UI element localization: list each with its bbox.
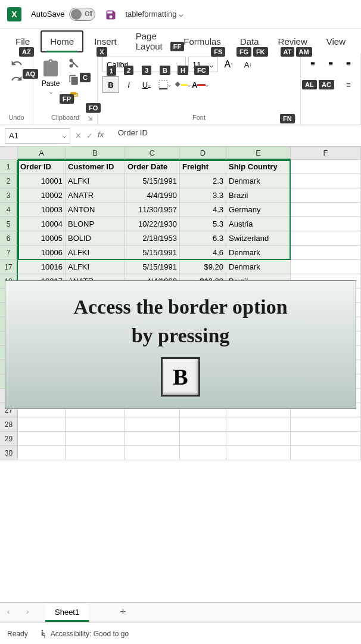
cell[interactable]: 10/22/1930 (125, 217, 180, 231)
cell[interactable] (226, 417, 291, 432)
cell[interactable]: Switzerland (226, 231, 291, 246)
cell[interactable]: Denmark (226, 260, 291, 274)
cell[interactable]: 10003 (18, 203, 66, 217)
cell[interactable]: Brazil (226, 188, 291, 203)
cell[interactable] (291, 446, 361, 460)
cell[interactable] (66, 446, 125, 460)
cell[interactable]: 4/4/1990 (125, 188, 180, 203)
cell[interactable] (291, 203, 361, 217)
cell[interactable] (291, 217, 361, 231)
filename-dropdown[interactable]: tableformatting ⌵ (125, 10, 183, 18)
align-bottom-button[interactable]: ≡ (340, 56, 357, 70)
border-button[interactable]: ⌵ B (156, 76, 173, 93)
tab-review[interactable]: Review AT AM (270, 32, 316, 51)
row-header[interactable]: 28 (0, 417, 18, 432)
decrease-font-button[interactable]: A↓ (239, 56, 256, 73)
cell[interactable]: 10002 (18, 188, 66, 203)
col-header[interactable]: E (226, 147, 291, 160)
row-header[interactable]: 1 (0, 160, 18, 174)
sheet-tab[interactable]: Sheet1 (45, 604, 89, 622)
row-header[interactable]: 29 (0, 432, 18, 446)
increase-font-button[interactable]: A↑ (220, 56, 237, 73)
redo-button[interactable]: AQ (10, 72, 24, 86)
col-header[interactable]: C (125, 147, 180, 160)
cell[interactable] (66, 432, 125, 446)
row-header[interactable]: 2 (0, 174, 18, 188)
row-header[interactable]: 6 (0, 231, 18, 246)
cell[interactable] (66, 417, 125, 432)
cell[interactable]: Order ID (18, 160, 66, 174)
row-header[interactable]: 30 (0, 446, 18, 460)
cell[interactable] (291, 432, 361, 446)
cell[interactable]: 3.3 (180, 188, 226, 203)
row-header[interactable]: 17 (0, 260, 18, 274)
cell[interactable] (125, 432, 180, 446)
cell[interactable]: Austria (226, 217, 291, 231)
align-top-button[interactable]: ≡ (304, 56, 321, 70)
cell[interactable] (226, 432, 291, 446)
name-box[interactable]: A1 ⌵ (5, 128, 70, 144)
cell[interactable] (180, 446, 226, 460)
prev-sheet-button[interactable]: ‹ (7, 607, 19, 619)
cell[interactable]: Order Date (125, 160, 180, 174)
add-sheet-button[interactable]: + (120, 606, 134, 620)
font-color-button[interactable]: A⌵ FC (192, 76, 208, 93)
cell[interactable]: 11/30/1957 (125, 203, 180, 217)
cell[interactable]: BLONP (66, 217, 125, 231)
cell[interactable]: ALFKI (66, 260, 125, 274)
cell[interactable]: Denmark (226, 174, 291, 188)
row-header[interactable]: 4 (0, 203, 18, 217)
cell[interactable] (18, 417, 66, 432)
cell[interactable]: 4.3 (180, 203, 226, 217)
cell[interactable]: 5/15/1991 (125, 260, 180, 274)
formula-input[interactable]: Order ID (114, 128, 356, 144)
cell[interactable]: $9.20 (180, 260, 226, 274)
cell[interactable]: 6.3 (180, 231, 226, 246)
row-header[interactable]: 3 (0, 188, 18, 203)
fx-button[interactable]: fx (98, 130, 110, 142)
tab-file[interactable]: File AZ (7, 32, 38, 51)
cell[interactable] (18, 446, 66, 460)
cell[interactable]: 10016 (18, 260, 66, 274)
accessibility-status[interactable]: Accessibility: Good to go (38, 629, 129, 639)
cell[interactable]: ANATR (66, 188, 125, 203)
cell[interactable] (291, 231, 361, 246)
col-header[interactable]: A (18, 147, 66, 160)
copy-button[interactable]: C (67, 73, 81, 87)
fill-color-button[interactable]: ⌵ H (174, 76, 191, 93)
tab-data[interactable]: Data FG FK (232, 32, 267, 51)
cell[interactable]: Freight (180, 160, 226, 174)
align-right-button[interactable]: ≡ (340, 78, 357, 92)
cell[interactable] (226, 446, 291, 460)
cell[interactable]: 4.6 (180, 246, 226, 260)
cell[interactable]: 5/15/1991 (125, 174, 180, 188)
autosave-toggle[interactable]: AutoSave Off (31, 8, 95, 21)
col-header[interactable]: F (291, 147, 361, 160)
col-header[interactable]: B (66, 147, 125, 160)
align-middle-button[interactable]: ≡ (322, 56, 339, 70)
cell[interactable]: 2/18/1953 (125, 231, 180, 246)
cell[interactable] (291, 417, 361, 432)
underline-button[interactable]: U⌵ 3 (138, 76, 155, 93)
cell[interactable] (291, 160, 361, 174)
cell[interactable] (125, 446, 180, 460)
cell[interactable]: 2.3 (180, 174, 226, 188)
cell[interactable]: ALFKI (66, 246, 125, 260)
cell[interactable]: Customer ID (66, 160, 125, 174)
cell[interactable]: 5.3 (180, 217, 226, 231)
cell[interactable]: Ship Country (226, 160, 291, 174)
cell[interactable]: Denmark (226, 246, 291, 260)
cell[interactable] (291, 188, 361, 203)
tab-home[interactable]: Home (41, 30, 83, 52)
toggle-switch[interactable]: Off (69, 8, 95, 21)
cell[interactable]: 5/15/1991 (125, 246, 180, 260)
cell[interactable]: ANTON (66, 203, 125, 217)
cell[interactable]: 10006 (18, 246, 66, 260)
tab-page-layout[interactable]: Page Layout FF (127, 26, 173, 56)
next-sheet-button[interactable]: › (26, 607, 38, 619)
paste-button[interactable]: Paste ⌵ FP (38, 56, 63, 98)
cut-button[interactable] (67, 56, 81, 70)
tab-insert[interactable]: Insert X (86, 32, 125, 51)
cell[interactable] (18, 432, 66, 446)
save-icon[interactable] (105, 9, 116, 20)
